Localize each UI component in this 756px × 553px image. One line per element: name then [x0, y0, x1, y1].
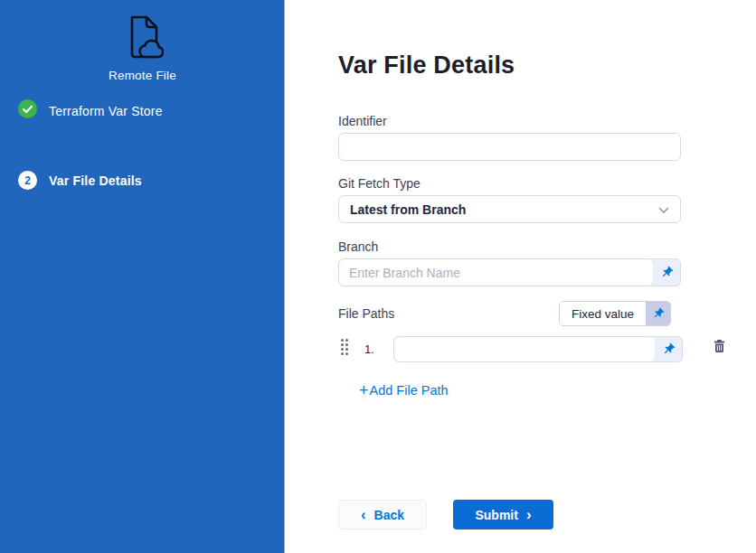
store-type-label: Remote File — [0, 69, 285, 82]
add-file-path-label: Add File Path — [370, 383, 449, 398]
file-paths-label: File Paths — [338, 306, 394, 321]
step-label: Var File Details — [49, 173, 142, 188]
store-type-brand: Remote File — [0, 14, 285, 82]
step-completed-check-icon — [18, 99, 37, 122]
git-fetch-type-selected-value: Latest from Branch — [350, 202, 658, 217]
remote-file-cloud-icon — [122, 49, 164, 64]
chevron-right-icon: › — [526, 507, 532, 522]
git-fetch-type-select[interactable]: Latest from Branch — [338, 195, 681, 223]
back-button[interactable]: ‹ Back — [338, 500, 427, 530]
pin-icon — [662, 342, 676, 356]
step-label: Terraform Var Store — [49, 104, 163, 118]
identifier-field-shell — [338, 133, 681, 161]
file-path-input[interactable] — [394, 337, 655, 361]
input-type-value: Fixed value — [560, 302, 646, 325]
file-paths-runtime-pin-button[interactable] — [646, 302, 670, 325]
identifier-label: Identifier — [338, 114, 387, 128]
branch-field-shell — [338, 258, 681, 286]
file-path-row-index: 1. — [364, 342, 374, 356]
identifier-input[interactable] — [339, 134, 680, 160]
chevron-down-icon — [658, 202, 669, 218]
var-file-details-wizard: Remote File Terraform Var Store 2 Var Fi… — [0, 0, 756, 553]
add-file-path-button[interactable]: + Add File Path — [359, 383, 449, 398]
sidebar-step-var-file-details[interactable]: 2 Var File Details — [18, 171, 142, 190]
submit-button[interactable]: Submit › — [453, 500, 553, 530]
sidebar-step-terraform-var-store[interactable]: Terraform Var Store — [18, 99, 163, 122]
chevron-left-icon: ‹ — [361, 507, 366, 522]
branch-runtime-pin-button[interactable] — [653, 259, 680, 286]
step-number-badge: 2 — [18, 171, 37, 190]
submit-button-label: Submit — [475, 508, 517, 522]
branch-label: Branch — [338, 239, 378, 254]
pin-icon — [660, 266, 674, 279]
wizard-sidebar: Remote File Terraform Var Store 2 Var Fi… — [0, 0, 285, 553]
git-fetch-type-label: Git Fetch Type — [338, 176, 421, 191]
delete-file-path-button[interactable] — [710, 337, 728, 355]
drag-handle[interactable] — [341, 339, 348, 355]
branch-input[interactable] — [339, 259, 653, 286]
file-path-field-shell — [393, 336, 683, 362]
trash-icon — [712, 339, 727, 354]
plus-icon: + — [359, 383, 369, 398]
file-paths-input-type-selector[interactable]: Fixed value — [559, 301, 671, 326]
back-button-label: Back — [374, 508, 404, 522]
file-path-runtime-pin-button[interactable] — [655, 337, 682, 361]
page-title: Var File Details — [338, 52, 515, 80]
pin-icon — [652, 307, 665, 320]
